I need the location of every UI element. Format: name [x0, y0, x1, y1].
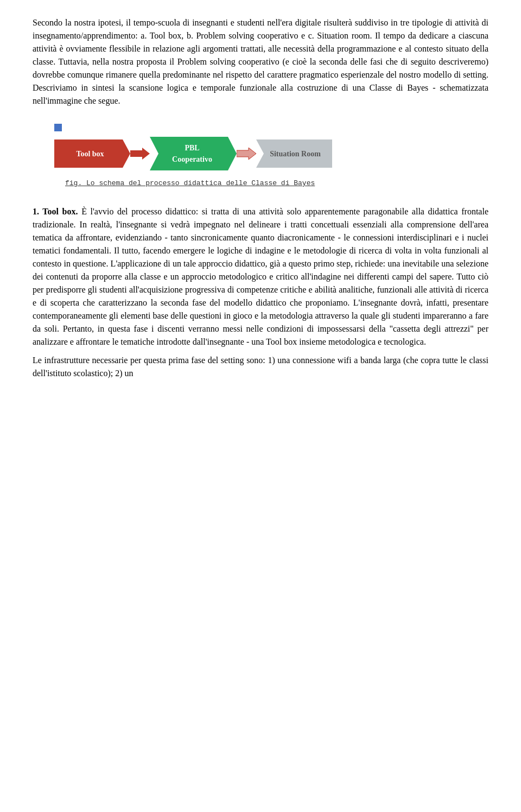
- svg-marker-0: [130, 148, 150, 160]
- diagram-caption: fig. Lo schema del processo didattica de…: [54, 178, 315, 189]
- situation-room-box: Situation Room: [256, 139, 332, 168]
- diagram-section: Tool box PBLCooperativo Situation Room f…: [33, 124, 488, 189]
- section1-heading: 1. Tool box. È l'avvio del processo dida…: [33, 205, 488, 348]
- section1-heading-text: 1. Tool box.: [33, 207, 78, 216]
- arrow2: [237, 148, 256, 160]
- section1-body-text: È l'avvio del processo didattico: si tra…: [33, 207, 488, 346]
- svg-marker-1: [237, 148, 256, 160]
- arrow1: [130, 148, 150, 160]
- small-blue-square: [54, 124, 62, 131]
- intro-paragraph: Secondo la nostra ipotesi, il tempo-scuo…: [33, 16, 488, 107]
- situation-room-label: Situation Room: [270, 148, 321, 160]
- toolbox-box: Tool box: [54, 139, 130, 168]
- pbl-label: PBLCooperativo: [172, 142, 212, 165]
- toolbox-label: Tool box: [76, 148, 104, 160]
- section1-last-paragraph: Le infrastrutture necessarie per questa …: [33, 354, 488, 380]
- pbl-box: PBLCooperativo: [150, 137, 237, 170]
- diagram-boxes: Tool box PBLCooperativo Situation Room: [54, 137, 332, 170]
